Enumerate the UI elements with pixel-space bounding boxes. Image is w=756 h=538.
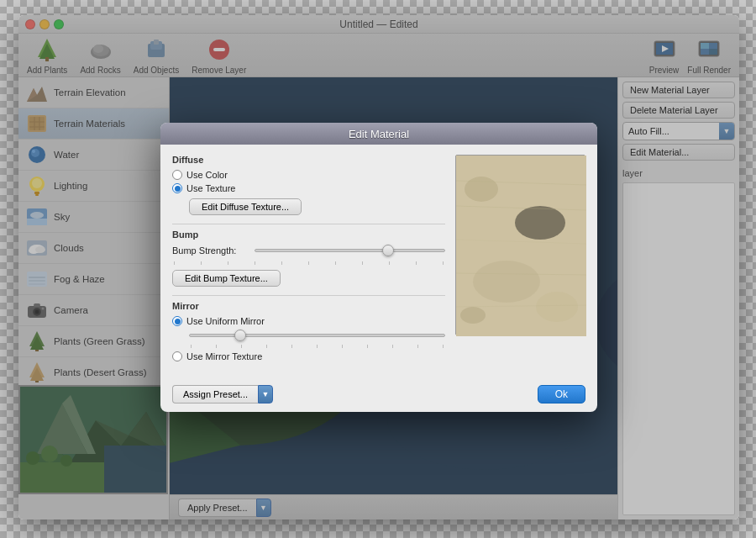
svg-point-85: [460, 307, 486, 324]
edit-bump-texture-button[interactable]: Edit Bump Texture...: [172, 270, 281, 287]
use-mirror-texture-label: Use Mirror Texture: [186, 351, 262, 361]
mirror-slider-thumb[interactable]: [234, 330, 246, 341]
use-uniform-radio[interactable]: [172, 316, 182, 326]
use-mirror-texture-row: Use Mirror Texture: [172, 351, 445, 361]
bump-strength-label: Bump Strength:: [172, 245, 248, 256]
bump-slider-thumb[interactable]: [382, 245, 394, 256]
bump-strength-row: Bump Strength:: [172, 245, 445, 256]
use-uniform-label: Use Uniform Mirror: [186, 316, 265, 326]
bump-slider-ticks: [172, 261, 445, 265]
use-texture-row: Use Texture: [172, 183, 445, 193]
bump-slider[interactable]: [255, 245, 445, 256]
diffuse-label: Diffuse: [172, 155, 445, 165]
svg-point-82: [515, 206, 565, 240]
dialog-left: Diffuse Use Color Use Texture Edit Diffu…: [172, 155, 445, 370]
assign-preset-main[interactable]: Assign Preset...: [172, 385, 258, 404]
separator-2: [172, 295, 445, 296]
mirror-slider[interactable]: [189, 330, 445, 341]
edit-material-dialog: Edit Material Diffuse Use Color Use T: [160, 123, 597, 412]
use-color-label: Use Color: [186, 170, 228, 180]
mirror-section: Mirror Use Uniform Mirror: [172, 301, 445, 361]
svg-point-84: [536, 292, 578, 322]
bump-slider-track: [255, 249, 445, 252]
modal-overlay: Edit Material Diffuse Use Color Use T: [18, 15, 739, 520]
mirror-label: Mirror: [172, 301, 445, 311]
mirror-slider-track: [189, 334, 445, 337]
use-texture-label: Use Texture: [186, 183, 236, 193]
dialog-footer: Assign Preset... ▼ Ok: [160, 380, 597, 412]
diffuse-section: Diffuse Use Color Use Texture Edit Diffu…: [172, 155, 445, 215]
mirror-slider-ticks: [189, 345, 445, 348]
use-color-row: Use Color: [172, 170, 445, 180]
bump-label: Bump: [172, 229, 445, 240]
dialog-title-bar: Edit Material: [160, 123, 597, 145]
use-texture-radio[interactable]: [172, 183, 182, 193]
assign-preset-button[interactable]: Assign Preset... ▼: [172, 385, 273, 404]
ok-button[interactable]: Ok: [538, 385, 585, 404]
assign-preset-label: Assign Preset...: [183, 389, 248, 399]
dialog-title: Edit Material: [349, 128, 409, 140]
assign-preset-arrow[interactable]: ▼: [258, 385, 273, 404]
use-uniform-row: Use Uniform Mirror: [172, 316, 445, 326]
use-mirror-texture-radio[interactable]: [172, 351, 182, 361]
app-window: Untitled — Edited Add Plants Add: [18, 15, 739, 520]
edit-diffuse-texture-button[interactable]: Edit Diffuse Texture...: [189, 198, 302, 215]
bump-section: Bump Bump Strength:: [172, 229, 445, 287]
svg-point-81: [465, 177, 498, 202]
use-color-radio[interactable]: [172, 170, 182, 180]
texture-preview: [455, 155, 585, 335]
separator-1: [172, 224, 445, 224]
svg-point-83: [473, 261, 540, 303]
dialog-content: Diffuse Use Color Use Texture Edit Diffu…: [160, 145, 597, 380]
